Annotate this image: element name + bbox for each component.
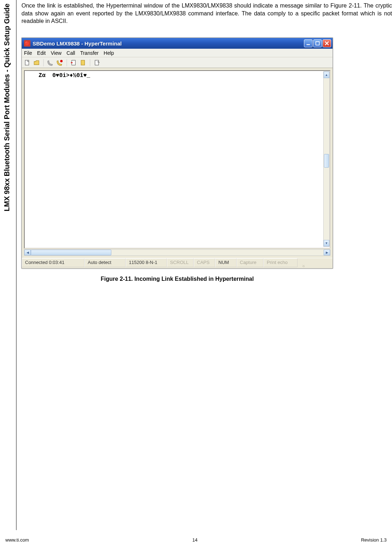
menu-transfer[interactable]: Transfer — [80, 50, 99, 56]
svg-point-3 — [60, 60, 63, 62]
svg-point-7 — [97, 61, 98, 62]
maximize-button[interactable] — [313, 39, 322, 47]
status-caps: CAPS — [194, 258, 215, 267]
close-icon — [325, 41, 329, 45]
toolbar-separator — [43, 59, 44, 66]
scroll-thumb[interactable] — [324, 154, 329, 168]
window-title: SBDemo LMX9838 - HyperTerminal — [33, 40, 304, 47]
status-printecho: Print echo — [263, 258, 297, 267]
status-capture: Capture — [237, 258, 263, 267]
receive-icon[interactable] — [80, 59, 86, 66]
send-icon[interactable] — [71, 59, 77, 66]
status-detect: Auto detect — [84, 258, 126, 267]
new-icon[interactable] — [24, 59, 30, 66]
call-icon[interactable] — [47, 59, 54, 66]
maximize-icon — [315, 41, 320, 45]
toolbar-separator — [90, 59, 90, 66]
close-button[interactable] — [323, 39, 331, 47]
scroll-down-button[interactable]: ▼ — [324, 240, 329, 246]
minimize-button[interactable] — [304, 39, 313, 47]
footer-url: www.ti.com — [5, 537, 29, 543]
toolbar — [22, 57, 333, 68]
minimize-icon — [306, 41, 310, 45]
resize-grip-icon[interactable] — [297, 258, 305, 267]
properties-icon[interactable] — [94, 59, 100, 66]
scroll-right-button[interactable]: ▶ — [324, 250, 330, 255]
svg-rect-2 — [25, 60, 29, 65]
toolbar-separator — [67, 59, 67, 66]
terminal-output[interactable]: Zα 0♥0i>♦½0î♥_ — [24, 70, 330, 249]
menubar: File Edit View Call Transfer Help — [22, 49, 333, 57]
hyperterminal-window: 🔴 SBDemo LMX9838 - HyperTerminal File Ed… — [21, 38, 333, 269]
horizontal-scrollbar[interactable]: ◀ ▶ — [24, 249, 330, 256]
svg-rect-5 — [81, 60, 84, 65]
menu-file[interactable]: File — [24, 50, 32, 56]
scroll-left-button[interactable]: ◀ — [24, 250, 31, 255]
figure-caption: Figure 2-11. Incoming Link Established i… — [21, 276, 333, 282]
terminal-text: Zα 0♥0i>♦½0î♥_ — [25, 71, 330, 80]
menu-view[interactable]: View — [51, 50, 62, 56]
status-baud: 115200 8-N-1 — [126, 258, 167, 267]
menu-help[interactable]: Help — [104, 50, 114, 56]
footer-page-number: 14 — [192, 537, 197, 543]
status-scroll: SCROLL — [167, 258, 194, 267]
open-icon[interactable] — [33, 59, 40, 66]
status-connected: Connected 0:03:41 — [22, 258, 84, 267]
disconnect-icon[interactable] — [57, 59, 63, 66]
scroll-up-button[interactable]: ▲ — [324, 72, 329, 78]
status-num: NUM — [215, 258, 237, 267]
footer-revision: Revision 1.3 — [361, 537, 387, 543]
statusbar: Connected 0:03:41 Auto detect 115200 8-N… — [22, 258, 333, 267]
svg-rect-0 — [306, 44, 310, 45]
content-area: Zα 0♥0i>♦½0î♥_ ▲ ▼ ◀ ▶ — [22, 68, 333, 258]
body-paragraph: Once the link is established, the Hypert… — [21, 2, 392, 25]
scroll-thumb[interactable] — [31, 250, 111, 255]
document-sidebar-title: LMX 98xx Bluetooth Serial Port Modules -… — [3, 4, 11, 211]
page-footer: www.ti.com 14 Revision 1.3 — [5, 537, 387, 543]
app-icon: 🔴 — [24, 40, 30, 47]
vertical-scrollbar[interactable]: ▲ ▼ — [323, 71, 330, 247]
svg-rect-6 — [95, 60, 98, 65]
menu-call[interactable]: Call — [67, 50, 75, 56]
titlebar[interactable]: 🔴 SBDemo LMX9838 - HyperTerminal — [22, 38, 333, 49]
menu-edit[interactable]: Edit — [37, 50, 46, 56]
svg-rect-1 — [316, 42, 319, 45]
